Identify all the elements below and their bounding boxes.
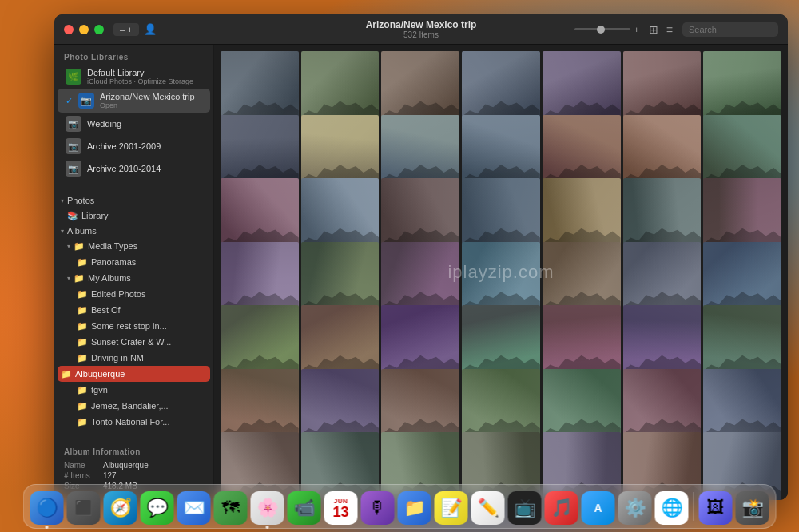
dock-item-files[interactable]: 📁 — [398, 491, 431, 525]
photo-libraries-section-label: Photo Libraries — [54, 45, 213, 65]
default-library-name: Default Library — [87, 68, 202, 77]
dock-item-launchpad[interactable]: ⬛ — [67, 491, 101, 525]
tonto-label: Tonto National For... — [91, 417, 169, 427]
media-types-icon: 📁 — [74, 240, 85, 252]
dock-item-photos[interactable]: 🌸 — [251, 491, 284, 525]
media-types-label: Media Types — [88, 241, 137, 251]
sidebar-item-archive-2010[interactable]: 📷 Archive 2010-2014 — [58, 157, 210, 180]
add-remove-button[interactable]: – + — [113, 23, 139, 36]
default-library-sub: iCloud Photos · Optimize Storage — [87, 77, 202, 85]
sidebar-item-archive-2001[interactable]: 📷 Archive 2001-2009 — [58, 135, 210, 157]
az-nm-icon: 📷 — [78, 93, 94, 109]
zoom-slider-thumb[interactable] — [597, 26, 605, 34]
tree-tonto[interactable]: 📁 Tonto National For... — [54, 414, 213, 430]
albums-label: Albums — [67, 226, 97, 236]
tree-my-albums[interactable]: ▾ 📁 My Albums — [54, 270, 213, 286]
photos-arrow: ▾ — [61, 197, 64, 204]
traffic-lights — [64, 25, 104, 34]
search-input[interactable] — [682, 22, 778, 37]
tree-photos-section[interactable]: ▾ Photos — [54, 193, 213, 208]
dock-item-calendar[interactable]: JUN 13 — [324, 491, 358, 525]
view-toggle: ⊞ ≡ — [646, 22, 676, 38]
zoom-plus-icon: + — [634, 25, 638, 34]
tree-jemez[interactable]: 📁 Jemez, Bandalier,... — [54, 398, 213, 414]
zoom-minus-icon: − — [566, 25, 571, 34]
archive-2010-icon: 📷 — [66, 161, 81, 177]
content-area: Photo Libraries 🌿 Default Library iCloud… — [54, 45, 788, 500]
driving-nm-label: Driving in NM — [91, 353, 144, 363]
sidebar-item-az-nm[interactable]: ✓ 📷 Arizona/New Mexico trip Open — [58, 89, 210, 113]
dock-item-music[interactable]: 🎵 — [545, 491, 578, 525]
photos-label: Photos — [67, 196, 94, 205]
sidebar-item-default-library[interactable]: 🌿 Default Library iCloud Photos · Optimi… — [58, 65, 210, 89]
user-icon[interactable]: 👤 — [144, 23, 157, 36]
tree-media-types[interactable]: ▾ 📁 Media Types — [54, 238, 213, 254]
best-of-label: Best Of — [91, 305, 121, 315]
sidebar-item-wedding[interactable]: 📷 Wedding — [58, 113, 210, 135]
archive-2001-name: Archive 2001-2009 — [87, 141, 202, 151]
photo-grid[interactable]: iplayzip.com — [214, 45, 788, 500]
dock-item-settings[interactable]: ⚙️ — [618, 491, 652, 525]
dock-item-maps[interactable]: 🗺 — [214, 491, 248, 525]
window-subtitle: 532 Items — [366, 30, 477, 39]
dock-item-appstore[interactable]: A — [582, 491, 615, 525]
tree-sunset-crater[interactable]: 📁 Sunset Crater & W... — [54, 334, 213, 350]
some-rest-stop-icon: 📁 — [77, 320, 88, 332]
list-view-button[interactable]: ≡ — [663, 22, 676, 38]
photos-app-window: – + 👤 Arizona/New Mexico trip 532 Items … — [54, 14, 788, 500]
albuquerque-label: Albuquerque — [75, 369, 125, 379]
albuquerque-icon: 📁 — [61, 368, 72, 379]
my-albums-arrow: ▾ — [67, 275, 70, 282]
my-albums-icon: 📁 — [74, 272, 85, 284]
edited-photos-icon: 📁 — [77, 288, 88, 300]
album-info-name-row: Name Albuquerque — [64, 461, 204, 470]
media-types-arrow: ▾ — [67, 243, 70, 250]
tree-tgvn[interactable]: 📁 tgvn — [54, 382, 213, 398]
tonto-icon: 📁 — [77, 416, 88, 427]
az-nm-sub: Open — [100, 101, 202, 109]
some-rest-stop-label: Some rest stop in... — [91, 321, 167, 331]
dock-item-chrome[interactable]: 🌐 — [655, 491, 689, 525]
album-info-name-value: Albuquerque — [103, 461, 149, 470]
dock-item-notes[interactable]: 📝 — [435, 491, 468, 525]
dock-item-podcasts[interactable]: 🎙 — [361, 491, 395, 525]
jemez-icon: 📁 — [77, 400, 88, 411]
tree-some-rest-stop[interactable]: 📁 Some rest stop in... — [54, 318, 213, 334]
tgvn-label: tgvn — [91, 385, 108, 395]
tree-driving-in-nm[interactable]: 📁 Driving in NM — [54, 350, 213, 366]
tree-library[interactable]: 📚 Library — [54, 208, 213, 224]
dock-item-preview[interactable]: 🖼 — [699, 491, 733, 525]
dock-item-safari[interactable]: 🧭 — [104, 491, 137, 525]
zoom-slider-container: − + — [566, 25, 639, 34]
my-albums-label: My Albums — [88, 273, 131, 283]
dock-item-screenshots[interactable]: 📸 — [736, 491, 769, 525]
sidebar: Photo Libraries 🌿 Default Library iCloud… — [54, 45, 214, 500]
sunset-crater-label: Sunset Crater & W... — [91, 337, 171, 347]
tree-edited-photos[interactable]: 📁 Edited Photos — [54, 286, 213, 302]
archive-2010-name: Archive 2010-2014 — [87, 164, 202, 173]
dock-item-appletv[interactable]: 📺 — [508, 491, 542, 525]
maximize-button[interactable] — [94, 25, 104, 34]
default-library-icon: 🌿 — [66, 69, 81, 85]
minus-label: – — [120, 25, 125, 34]
dock-divider — [694, 492, 694, 521]
title-bar: – + 👤 Arizona/New Mexico trip 532 Items … — [54, 14, 788, 45]
calendar-date: 13 — [332, 505, 348, 519]
az-nm-name: Arizona/New Mexico trip — [100, 92, 202, 101]
dock-item-mail[interactable]: ✉️ — [177, 491, 211, 525]
sidebar-divider-1 — [62, 185, 205, 185]
tree-panoramas[interactable]: 📁 Panoramas — [54, 254, 213, 270]
plus-label: + — [127, 25, 132, 34]
zoom-slider-track[interactable] — [574, 28, 630, 30]
tree-best-of[interactable]: 📁 Best Of — [54, 302, 213, 318]
close-button[interactable] — [64, 25, 74, 34]
dock-item-finder[interactable]: 🔵 — [30, 491, 64, 525]
tree-albums-section[interactable]: ▾ Albums — [54, 224, 213, 238]
dock-item-messages[interactable]: 💬 — [141, 491, 174, 525]
dock-item-facetime[interactable]: 📹 — [288, 491, 321, 525]
minimize-button[interactable] — [79, 25, 89, 34]
tree-albuquerque[interactable]: 📁 Albuquerque — [58, 366, 210, 382]
dock-item-freeform[interactable]: ✏️ — [471, 491, 505, 525]
grid-view-button[interactable]: ⊞ — [646, 22, 662, 38]
toolbar-center: Arizona/New Mexico trip 532 Items — [366, 19, 477, 39]
